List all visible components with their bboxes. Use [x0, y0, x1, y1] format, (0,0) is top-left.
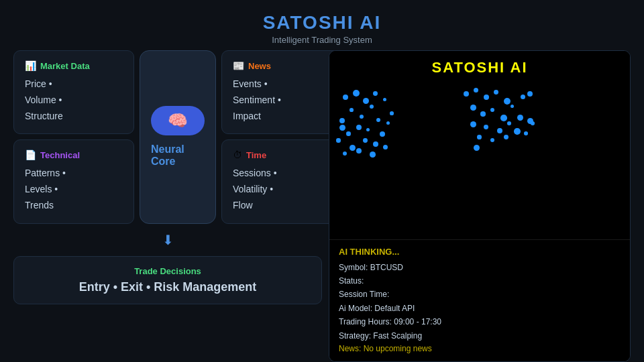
time-icon: ⏱	[233, 149, 242, 160]
list-item: Levels	[25, 182, 123, 198]
ai-model-label: Ai Model:	[339, 304, 374, 313]
visualization-dot	[517, 115, 523, 121]
ai-model-value: Default API	[374, 304, 415, 313]
visualization-dot	[339, 118, 345, 123]
visualization-dot	[343, 95, 348, 100]
visualization-dot	[470, 121, 476, 127]
list-item: Price	[25, 76, 123, 93]
list-item: Impact	[233, 109, 331, 125]
visualization-dot	[373, 141, 378, 147]
strategy-label: Strategy:	[339, 331, 373, 341]
market-data-card: 📊 Market Data Price Volume Structure	[13, 50, 134, 134]
app-header: SATOSHI AI Intelligent Trading System	[263, 0, 382, 50]
visualization-dot	[336, 138, 341, 143]
down-arrow-row: ⬇	[13, 229, 322, 251]
cards-grid: 📊 Market Data Price Volume Structure 🧠 N…	[13, 50, 322, 224]
visualization-dot	[504, 98, 511, 105]
visualization-dot	[339, 125, 345, 131]
visualization-dot	[350, 145, 356, 151]
visualization-dot	[480, 111, 486, 117]
technical-card: 📄 Technical Patterns Levels Trends	[13, 139, 134, 223]
list-item: Patterns	[25, 166, 123, 182]
trade-decisions-content: Entry • Exit • Risk Management	[25, 280, 311, 294]
time-label: Time	[246, 150, 266, 160]
visualization-dot	[363, 138, 368, 143]
visualization-dot	[470, 105, 476, 111]
main-layout: 📊 Market Data Price Volume Structure 🧠 N…	[0, 50, 644, 362]
visualization-dot	[356, 148, 362, 154]
visualization-dot	[521, 95, 525, 99]
visualization-dot	[531, 121, 535, 125]
app-subtitle: Intelligent Trading System	[263, 35, 382, 45]
visualization-dot	[484, 95, 489, 100]
list-item: Volume	[25, 93, 123, 109]
brain-icon: 🧠	[168, 111, 188, 130]
visualization-dot	[527, 91, 533, 97]
time-items: Sessions Volatility Flow	[233, 166, 331, 213]
visualization-dot	[524, 131, 528, 135]
time-card: ⏱ Time Sessions Volatility Flow	[221, 139, 342, 223]
list-item: Trends	[25, 198, 123, 214]
visualization-dot	[343, 152, 347, 156]
visualization-dot	[511, 105, 514, 108]
list-item: Sessions	[233, 166, 331, 182]
trade-decisions-card: Trade Decisions Entry • Exit • Risk Mana…	[13, 256, 322, 304]
dots-visualization	[329, 84, 630, 239]
symbol-value: BTCUSD	[370, 263, 403, 272]
symbol-row: Symbol: BTCUSD	[339, 261, 621, 274]
visualization-dot	[370, 105, 374, 109]
visualization-dot	[356, 125, 362, 130]
visualization-dot	[497, 128, 502, 133]
visualization-dot	[353, 90, 360, 97]
session-label: Session Time:	[339, 290, 389, 299]
strategy-row: Strategy: Fast Scalping	[339, 329, 621, 343]
right-panel-title: SATOSHI AI	[329, 51, 630, 84]
neural-core-label: Neural Core	[151, 143, 205, 168]
down-arrow-icon: ⬇	[162, 232, 174, 248]
ai-model-row: Ai Model: Default API	[339, 302, 621, 315]
visualization-dot	[346, 131, 351, 136]
info-panel: AI THINKING... Symbol: BTCUSD Status: Se…	[329, 239, 630, 361]
news-label: News	[248, 61, 271, 71]
list-item: Events	[233, 76, 331, 93]
list-item: Flow	[233, 198, 331, 214]
market-data-items: Price Volume Structure	[25, 76, 123, 124]
visualization-dot	[350, 108, 354, 112]
visualization-dot	[370, 152, 376, 158]
strategy-value: Fast Scalping	[373, 331, 422, 341]
visualization-dot	[490, 108, 494, 112]
market-data-icon: 📊	[25, 60, 36, 71]
visualization-dot	[507, 121, 511, 125]
symbol-label: Symbol:	[339, 263, 370, 272]
status-row: Status:	[339, 274, 621, 288]
visualization-dot	[383, 145, 388, 149]
visualization-dot	[514, 128, 521, 135]
visualization-dot	[504, 135, 508, 139]
neural-toggle[interactable]: 🧠	[151, 106, 205, 135]
visualization-dot	[474, 145, 480, 151]
visualization-dot	[500, 115, 507, 121]
right-panel: SATOSHI AI AI THINKING... Symbol: BTCUSD…	[329, 50, 631, 362]
visualization-dot	[477, 135, 482, 139]
visualization-dot	[366, 128, 370, 131]
app-title: SATOSHI AI	[263, 12, 382, 34]
list-item: Volatility	[233, 182, 331, 198]
status-label: Status:	[339, 276, 364, 286]
visualization-dot	[390, 111, 394, 115]
visualization-dot	[494, 90, 498, 95]
visualization-dot	[464, 91, 469, 97]
list-item: Sentiment	[233, 93, 331, 109]
neural-core-card[interactable]: 🧠 Neural Core	[140, 50, 216, 224]
session-row: Session Time:	[339, 288, 621, 301]
technical-label: Technical	[40, 150, 80, 160]
visualization-dot	[383, 98, 386, 101]
visualization-dot	[484, 125, 488, 129]
news-card: 📰 News Events Sentiment Impact	[221, 50, 342, 134]
visualization-dot	[363, 98, 369, 104]
trading-hours-value: 09:00 - 17:30	[394, 317, 441, 326]
trade-decisions-label: Trade Decisions	[25, 266, 311, 276]
visualization-dot	[376, 118, 380, 122]
visualization-dot	[373, 91, 378, 96]
visualization-dot	[490, 138, 494, 142]
market-data-label: Market Data	[40, 61, 90, 71]
